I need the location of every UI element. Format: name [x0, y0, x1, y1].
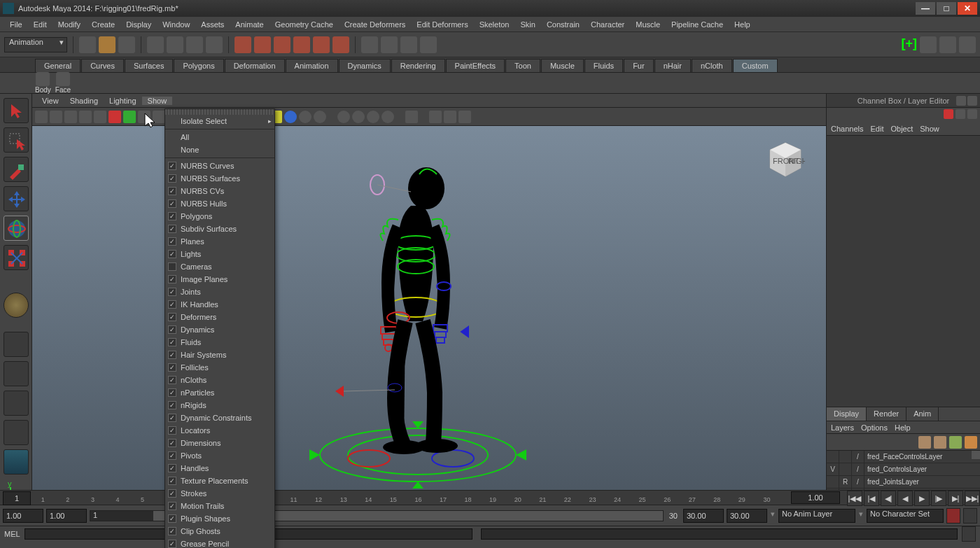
- prefs-button[interactable]: [963, 508, 977, 524]
- shelf-tab-surfaces[interactable]: Surfaces: [125, 59, 173, 72]
- show-menu-follicles[interactable]: Follicles: [165, 361, 274, 374]
- vp-menu-lighting[interactable]: Lighting: [104, 97, 142, 105]
- show-menu-nparticles[interactable]: nParticles: [165, 386, 274, 399]
- vp-expose-icon[interactable]: [405, 111, 418, 123]
- menu-edit[interactable]: Edit: [28, 20, 52, 29]
- layer-down-icon[interactable]: [965, 436, 977, 449]
- hyper-icon[interactable]: [967, 109, 977, 119]
- menu-skeleton[interactable]: Skeleton: [474, 20, 515, 29]
- lasso-tool[interactable]: [4, 127, 29, 153]
- play-back-button[interactable]: ◀: [897, 491, 913, 506]
- anim-start-field[interactable]: [3, 509, 43, 523]
- soft-mod-tool[interactable]: [4, 293, 29, 318]
- menu-create-deformers[interactable]: Create Deformers: [339, 20, 411, 29]
- shelf-tab-ncloth[interactable]: nCloth: [692, 59, 732, 72]
- render-view-icon[interactable]: [420, 36, 437, 53]
- go-end-button[interactable]: ▶▶|: [965, 491, 980, 506]
- layer-row[interactable]: R/fred_JointsLayer: [827, 476, 980, 489]
- move-tool[interactable]: [4, 186, 29, 211]
- two-pane-layout[interactable]: [4, 391, 29, 416]
- shelf-tab-animation[interactable]: Animation: [286, 59, 338, 72]
- show-menu-fluids[interactable]: Fluids: [165, 336, 274, 349]
- menu-muscle[interactable]: Muscle: [630, 20, 666, 29]
- show-menu-nurbs-curves[interactable]: NURBS Curves: [165, 160, 274, 172]
- attribute-editor-icon[interactable]: [920, 36, 937, 53]
- menu-set-selector[interactable]: Animation: [4, 37, 67, 52]
- shelf-tab-nhair[interactable]: nHair: [654, 59, 691, 72]
- scale-tool[interactable]: [4, 245, 29, 270]
- vp-menu-show[interactable]: Show: [142, 97, 173, 105]
- open-scene-icon[interactable]: [99, 36, 115, 53]
- render-globals-icon[interactable]: [400, 36, 417, 53]
- four-pane-layout[interactable]: [4, 361, 29, 386]
- vp-textured-icon[interactable]: [284, 111, 297, 123]
- go-start-button[interactable]: |◀◀: [847, 491, 862, 506]
- channel-list[interactable]: [827, 136, 980, 407]
- speed-icon[interactable]: [955, 109, 965, 119]
- vp-light-icon[interactable]: [299, 111, 312, 123]
- layer-menu-help[interactable]: Help: [895, 423, 911, 432]
- channel-tab-edit[interactable]: Edit: [870, 125, 883, 133]
- shelf-tab-general[interactable]: General: [35, 59, 80, 72]
- end-frame-display[interactable]: [791, 491, 840, 504]
- ipr-icon[interactable]: [361, 36, 378, 53]
- shelf-tab-custom[interactable]: Custom: [733, 59, 778, 72]
- menu-pipeline-cache[interactable]: Pipeline Cache: [666, 20, 729, 29]
- shelf-body-icon[interactable]: [36, 72, 50, 86]
- prev-key-button[interactable]: ◀|: [881, 491, 896, 506]
- menu-character[interactable]: Character: [585, 20, 630, 29]
- show-menu-clip-ghosts[interactable]: Clip Ghosts: [165, 525, 274, 538]
- vp-xray-icon[interactable]: [352, 111, 365, 123]
- channel-tab-channels[interactable]: Channels: [831, 125, 863, 133]
- menu-file[interactable]: File: [4, 20, 28, 29]
- show-menu-locators[interactable]: Locators: [165, 424, 274, 437]
- shelf-tab-muscle[interactable]: Muscle: [541, 59, 584, 72]
- vp-renderer1-icon[interactable]: [429, 111, 442, 123]
- layer-tab-display[interactable]: Display: [827, 407, 867, 421]
- menu-display[interactable]: Display: [120, 20, 157, 29]
- outliner-layout[interactable]: [4, 420, 29, 445]
- show-menu-plugin-shapes[interactable]: Plugin Shapes: [165, 512, 274, 525]
- menu-help[interactable]: Help: [729, 20, 756, 29]
- show-menu-hair-systems[interactable]: Hair Systems: [165, 349, 274, 361]
- menu-geometry-cache[interactable]: Geometry Cache: [270, 20, 339, 29]
- shelf-tab-fur[interactable]: Fur: [624, 59, 654, 72]
- vp-film-gate-icon[interactable]: [123, 111, 136, 123]
- layer-tab-render[interactable]: Render: [867, 407, 906, 421]
- vp-shadow-icon[interactable]: [314, 111, 326, 123]
- tool-settings-icon[interactable]: [939, 36, 956, 53]
- snap-grid-icon[interactable]: [234, 36, 251, 53]
- window-close-button[interactable]: ✕: [958, 2, 977, 15]
- shelf-face-icon[interactable]: [56, 72, 70, 86]
- show-menu-dynamics[interactable]: Dynamics: [165, 323, 274, 336]
- show-menu-nurbs-surfaces[interactable]: NURBS Surfaces: [165, 172, 274, 185]
- vp-image-plane-icon[interactable]: [64, 111, 77, 123]
- shelf-tab-fluids[interactable]: Fluids: [584, 59, 623, 72]
- vp-bookmark-icon[interactable]: [50, 111, 62, 123]
- single-pane-layout[interactable]: [4, 332, 29, 357]
- select-tool[interactable]: [4, 98, 29, 123]
- rotate-tool[interactable]: [4, 216, 29, 241]
- show-menu-lights[interactable]: Lights: [165, 248, 274, 260]
- vp-menu-shading[interactable]: Shading: [64, 97, 104, 105]
- show-menu-cameras[interactable]: Cameras: [165, 260, 274, 273]
- show-menu-dimensions[interactable]: Dimensions: [165, 437, 274, 449]
- show-menu-pivots[interactable]: Pivots: [165, 449, 274, 462]
- vp-res-gate-icon[interactable]: [138, 111, 150, 123]
- shelf-tab-dynamics[interactable]: Dynamics: [339, 59, 391, 72]
- vp-poly-count-icon[interactable]: [382, 111, 394, 123]
- layer-color-swatch[interactable]: /: [852, 451, 864, 463]
- show-menu-nurbs-cvs[interactable]: NURBS CVs: [165, 185, 274, 197]
- show-menu-ncloths[interactable]: nCloths: [165, 374, 274, 386]
- show-menu-subdiv-surfaces[interactable]: Subdiv Surfaces: [165, 223, 274, 235]
- shelf-tab-toon[interactable]: Toon: [505, 59, 540, 72]
- layer-row[interactable]: /fred_FaceControlsLayer: [827, 451, 980, 463]
- menu-create[interactable]: Create: [86, 20, 120, 29]
- snap-point-icon[interactable]: [274, 36, 290, 53]
- show-menu-none[interactable]: None: [165, 143, 274, 156]
- show-menu-nurbs-hulls[interactable]: NURBS Hulls: [165, 197, 274, 210]
- cmd-lang-label[interactable]: MEL: [4, 530, 20, 538]
- vp-isolate-icon[interactable]: [337, 111, 350, 123]
- show-menu-isolate-select[interactable]: Isolate Select▸: [165, 115, 274, 127]
- vp-grease-icon[interactable]: [94, 111, 106, 123]
